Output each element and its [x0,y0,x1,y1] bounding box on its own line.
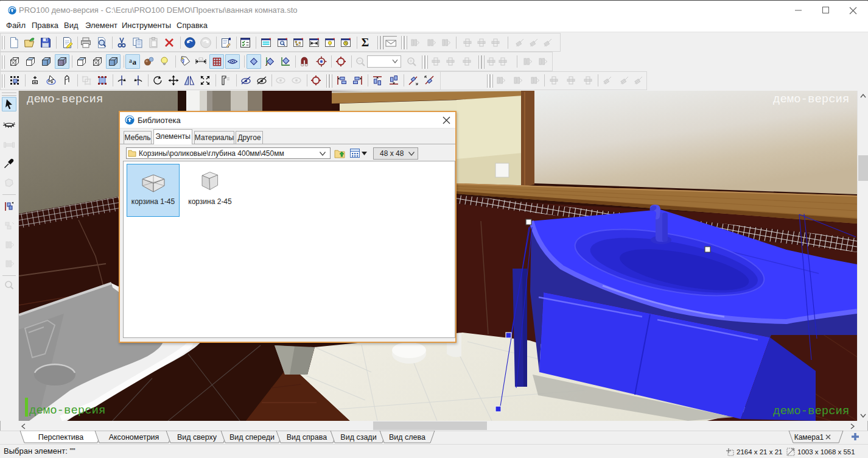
svg-text:Вид спереди: Вид спереди [229,433,275,442]
svg-text:Вид сзади: Вид сзади [340,433,376,442]
svg-text:Перспектива: Перспектива [38,433,84,442]
svg-text:демо-версия: демо-версия [773,404,849,418]
svg-text:Σ: Σ [362,37,369,49]
svg-text:демо-версия: демо-версия [29,404,105,417]
svg-text:Камера1: Камера1 [794,433,824,442]
svg-text:a: a [133,57,137,66]
svg-text:Вид сверху: Вид сверху [177,433,217,442]
svg-text:демо-версия: демо-версия [27,93,103,106]
svg-text:демо-версия: демо-версия [773,93,849,106]
svg-text:a: a [129,57,132,64]
svg-text:Вид слева: Вид слева [389,433,425,442]
svg-text:Аксонометрия: Аксонометрия [109,433,159,442]
svg-text:Вид справа: Вид справа [287,433,327,442]
